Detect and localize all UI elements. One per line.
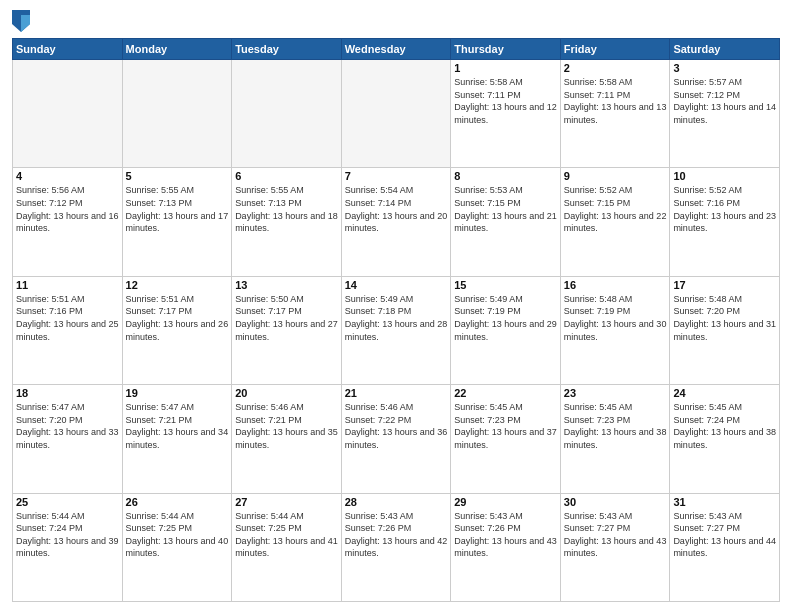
cell-info: Sunrise: 5:43 AMSunset: 7:27 PMDaylight:… xyxy=(564,510,667,560)
calendar-table: SundayMondayTuesdayWednesdayThursdayFrid… xyxy=(12,38,780,602)
calendar-cell: 21Sunrise: 5:46 AMSunset: 7:22 PMDayligh… xyxy=(341,385,451,493)
cell-info: Sunrise: 5:55 AMSunset: 7:13 PMDaylight:… xyxy=(126,184,229,234)
cell-date: 30 xyxy=(564,496,667,508)
calendar-cell: 11Sunrise: 5:51 AMSunset: 7:16 PMDayligh… xyxy=(13,276,123,384)
cell-date: 27 xyxy=(235,496,338,508)
cell-info: Sunrise: 5:48 AMSunset: 7:20 PMDaylight:… xyxy=(673,293,776,343)
day-header-monday: Monday xyxy=(122,39,232,60)
calendar-cell: 30Sunrise: 5:43 AMSunset: 7:27 PMDayligh… xyxy=(560,493,670,601)
calendar-cell: 1Sunrise: 5:58 AMSunset: 7:11 PMDaylight… xyxy=(451,60,561,168)
cell-date: 15 xyxy=(454,279,557,291)
calendar-cell: 28Sunrise: 5:43 AMSunset: 7:26 PMDayligh… xyxy=(341,493,451,601)
cell-date: 23 xyxy=(564,387,667,399)
header xyxy=(12,10,780,32)
cell-info: Sunrise: 5:49 AMSunset: 7:19 PMDaylight:… xyxy=(454,293,557,343)
cell-date: 25 xyxy=(16,496,119,508)
calendar-cell: 19Sunrise: 5:47 AMSunset: 7:21 PMDayligh… xyxy=(122,385,232,493)
cell-info: Sunrise: 5:45 AMSunset: 7:23 PMDaylight:… xyxy=(454,401,557,451)
calendar-week-3: 11Sunrise: 5:51 AMSunset: 7:16 PMDayligh… xyxy=(13,276,780,384)
cell-date: 2 xyxy=(564,62,667,74)
calendar-week-2: 4Sunrise: 5:56 AMSunset: 7:12 PMDaylight… xyxy=(13,168,780,276)
logo-icon xyxy=(12,10,30,32)
days-of-week-row: SundayMondayTuesdayWednesdayThursdayFrid… xyxy=(13,39,780,60)
cell-info: Sunrise: 5:52 AMSunset: 7:16 PMDaylight:… xyxy=(673,184,776,234)
cell-info: Sunrise: 5:44 AMSunset: 7:25 PMDaylight:… xyxy=(126,510,229,560)
cell-info: Sunrise: 5:52 AMSunset: 7:15 PMDaylight:… xyxy=(564,184,667,234)
logo xyxy=(12,10,32,32)
calendar-cell: 17Sunrise: 5:48 AMSunset: 7:20 PMDayligh… xyxy=(670,276,780,384)
calendar-cell: 24Sunrise: 5:45 AMSunset: 7:24 PMDayligh… xyxy=(670,385,780,493)
cell-date: 24 xyxy=(673,387,776,399)
calendar-cell: 18Sunrise: 5:47 AMSunset: 7:20 PMDayligh… xyxy=(13,385,123,493)
cell-date: 9 xyxy=(564,170,667,182)
calendar-cell: 2Sunrise: 5:58 AMSunset: 7:11 PMDaylight… xyxy=(560,60,670,168)
calendar-cell: 14Sunrise: 5:49 AMSunset: 7:18 PMDayligh… xyxy=(341,276,451,384)
calendar-header: SundayMondayTuesdayWednesdayThursdayFrid… xyxy=(13,39,780,60)
cell-info: Sunrise: 5:57 AMSunset: 7:12 PMDaylight:… xyxy=(673,76,776,126)
calendar-cell: 25Sunrise: 5:44 AMSunset: 7:24 PMDayligh… xyxy=(13,493,123,601)
cell-info: Sunrise: 5:44 AMSunset: 7:24 PMDaylight:… xyxy=(16,510,119,560)
cell-info: Sunrise: 5:47 AMSunset: 7:21 PMDaylight:… xyxy=(126,401,229,451)
calendar-cell: 20Sunrise: 5:46 AMSunset: 7:21 PMDayligh… xyxy=(232,385,342,493)
cell-date: 12 xyxy=(126,279,229,291)
calendar-cell: 26Sunrise: 5:44 AMSunset: 7:25 PMDayligh… xyxy=(122,493,232,601)
cell-date: 20 xyxy=(235,387,338,399)
calendar-cell: 4Sunrise: 5:56 AMSunset: 7:12 PMDaylight… xyxy=(13,168,123,276)
cell-date: 1 xyxy=(454,62,557,74)
day-header-saturday: Saturday xyxy=(670,39,780,60)
day-header-thursday: Thursday xyxy=(451,39,561,60)
cell-info: Sunrise: 5:53 AMSunset: 7:15 PMDaylight:… xyxy=(454,184,557,234)
cell-date: 14 xyxy=(345,279,448,291)
cell-date: 4 xyxy=(16,170,119,182)
cell-info: Sunrise: 5:58 AMSunset: 7:11 PMDaylight:… xyxy=(454,76,557,126)
cell-date: 19 xyxy=(126,387,229,399)
cell-date: 11 xyxy=(16,279,119,291)
calendar-week-4: 18Sunrise: 5:47 AMSunset: 7:20 PMDayligh… xyxy=(13,385,780,493)
cell-info: Sunrise: 5:51 AMSunset: 7:16 PMDaylight:… xyxy=(16,293,119,343)
calendar-week-1: 1Sunrise: 5:58 AMSunset: 7:11 PMDaylight… xyxy=(13,60,780,168)
cell-info: Sunrise: 5:51 AMSunset: 7:17 PMDaylight:… xyxy=(126,293,229,343)
cell-date: 6 xyxy=(235,170,338,182)
day-header-wednesday: Wednesday xyxy=(341,39,451,60)
svg-marker-1 xyxy=(21,15,30,32)
cell-info: Sunrise: 5:58 AMSunset: 7:11 PMDaylight:… xyxy=(564,76,667,126)
cell-date: 17 xyxy=(673,279,776,291)
calendar-cell: 10Sunrise: 5:52 AMSunset: 7:16 PMDayligh… xyxy=(670,168,780,276)
cell-date: 5 xyxy=(126,170,229,182)
cell-date: 29 xyxy=(454,496,557,508)
cell-date: 7 xyxy=(345,170,448,182)
cell-info: Sunrise: 5:56 AMSunset: 7:12 PMDaylight:… xyxy=(16,184,119,234)
calendar-cell xyxy=(341,60,451,168)
cell-date: 21 xyxy=(345,387,448,399)
cell-info: Sunrise: 5:54 AMSunset: 7:14 PMDaylight:… xyxy=(345,184,448,234)
calendar-cell: 13Sunrise: 5:50 AMSunset: 7:17 PMDayligh… xyxy=(232,276,342,384)
cell-date: 8 xyxy=(454,170,557,182)
page: SundayMondayTuesdayWednesdayThursdayFrid… xyxy=(0,0,792,612)
calendar-cell: 7Sunrise: 5:54 AMSunset: 7:14 PMDaylight… xyxy=(341,168,451,276)
cell-date: 31 xyxy=(673,496,776,508)
cell-date: 16 xyxy=(564,279,667,291)
cell-info: Sunrise: 5:50 AMSunset: 7:17 PMDaylight:… xyxy=(235,293,338,343)
cell-info: Sunrise: 5:44 AMSunset: 7:25 PMDaylight:… xyxy=(235,510,338,560)
cell-info: Sunrise: 5:49 AMSunset: 7:18 PMDaylight:… xyxy=(345,293,448,343)
cell-info: Sunrise: 5:43 AMSunset: 7:27 PMDaylight:… xyxy=(673,510,776,560)
cell-info: Sunrise: 5:46 AMSunset: 7:21 PMDaylight:… xyxy=(235,401,338,451)
cell-info: Sunrise: 5:45 AMSunset: 7:24 PMDaylight:… xyxy=(673,401,776,451)
calendar-cell: 16Sunrise: 5:48 AMSunset: 7:19 PMDayligh… xyxy=(560,276,670,384)
calendar-cell xyxy=(122,60,232,168)
cell-date: 13 xyxy=(235,279,338,291)
cell-date: 22 xyxy=(454,387,557,399)
cell-info: Sunrise: 5:43 AMSunset: 7:26 PMDaylight:… xyxy=(345,510,448,560)
calendar-cell: 27Sunrise: 5:44 AMSunset: 7:25 PMDayligh… xyxy=(232,493,342,601)
calendar-cell: 5Sunrise: 5:55 AMSunset: 7:13 PMDaylight… xyxy=(122,168,232,276)
cell-info: Sunrise: 5:45 AMSunset: 7:23 PMDaylight:… xyxy=(564,401,667,451)
day-header-friday: Friday xyxy=(560,39,670,60)
calendar-cell: 29Sunrise: 5:43 AMSunset: 7:26 PMDayligh… xyxy=(451,493,561,601)
cell-info: Sunrise: 5:47 AMSunset: 7:20 PMDaylight:… xyxy=(16,401,119,451)
calendar-cell xyxy=(13,60,123,168)
day-header-tuesday: Tuesday xyxy=(232,39,342,60)
calendar-cell: 23Sunrise: 5:45 AMSunset: 7:23 PMDayligh… xyxy=(560,385,670,493)
calendar-cell: 12Sunrise: 5:51 AMSunset: 7:17 PMDayligh… xyxy=(122,276,232,384)
calendar-cell xyxy=(232,60,342,168)
day-header-sunday: Sunday xyxy=(13,39,123,60)
